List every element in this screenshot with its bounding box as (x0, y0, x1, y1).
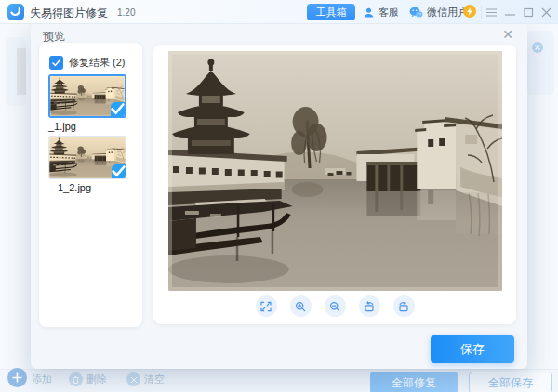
selected-check-icon (111, 102, 125, 116)
wechat-icon (409, 7, 423, 19)
support-label: 客服 (379, 6, 399, 20)
modal-close-icon[interactable]: ✕ (499, 26, 516, 43)
person-icon (363, 7, 375, 19)
preview-modal: 预览 ✕ 修复结果 (2) _1.jpg (31, 23, 527, 369)
thumbnail-filename: 1_2.jpg (48, 182, 126, 193)
title-bar: 失易得图片修复 1.20 工具箱 客服 微信用户 (0, 0, 558, 24)
maximize-button[interactable] (521, 5, 536, 20)
preview-panel (153, 45, 516, 324)
thumbnail-image (48, 74, 126, 118)
zoom-out-button[interactable] (325, 295, 346, 317)
results-panel: 修复结果 (2) _1.jpg 1_2.jpg (39, 43, 142, 327)
result-thumbnail-item[interactable]: _1.jpg (48, 74, 126, 132)
toolbox-button[interactable]: 工具箱 (307, 4, 355, 20)
app-title: 失易得图片修复 (30, 6, 108, 21)
app-version: 1.20 (117, 7, 135, 18)
wechat-user-button[interactable]: 微信用户 (409, 4, 468, 20)
preview-photo (168, 51, 502, 291)
thumbnail-filename: _1.jpg (48, 121, 126, 132)
wechat-user-label: 微信用户 (427, 6, 468, 20)
vip-badge-icon[interactable] (463, 5, 476, 18)
results-header: 修复结果 (2) (49, 56, 126, 70)
zoom-in-button[interactable] (290, 295, 312, 317)
thumbnail-image (48, 136, 126, 179)
save-button[interactable]: 保存 (431, 335, 514, 363)
toolbar-divider (481, 6, 482, 19)
close-window-button[interactable] (538, 5, 553, 20)
rotate-left-button[interactable] (359, 295, 380, 317)
app-logo-icon (7, 4, 24, 20)
minimize-button[interactable] (502, 5, 517, 20)
selected-check-icon (112, 164, 126, 178)
result-thumbnail-item[interactable]: 1_2.jpg (48, 136, 126, 193)
select-all-checkbox[interactable] (49, 56, 63, 70)
menu-button[interactable] (484, 5, 498, 20)
fit-to-screen-button[interactable] (256, 295, 277, 317)
results-count-label: 修复结果 (2) (69, 56, 126, 70)
rotate-right-button[interactable] (393, 295, 415, 317)
support-button[interactable]: 客服 (363, 4, 399, 20)
viewer-toolbar (153, 295, 516, 317)
